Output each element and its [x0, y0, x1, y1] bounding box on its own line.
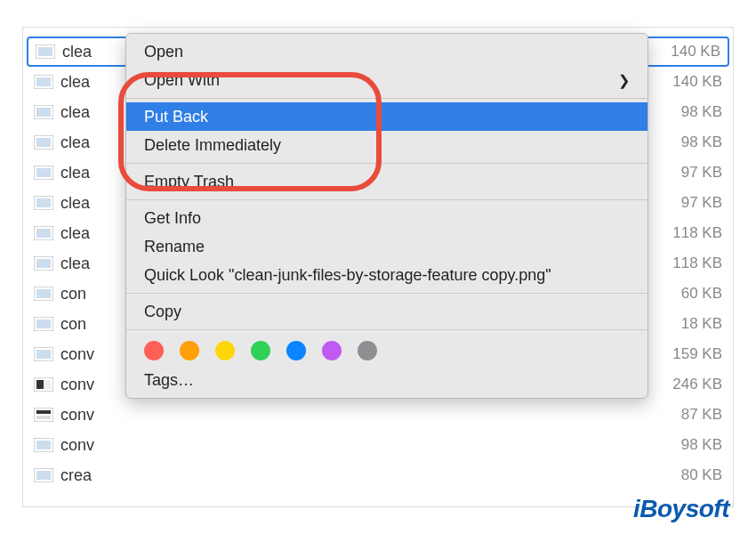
file-size: 118 KB: [651, 224, 722, 242]
menu-label: Delete Immediately: [144, 136, 281, 155]
menu-label: Get Info: [144, 209, 201, 228]
svg-rect-1: [38, 47, 52, 56]
svg-rect-27: [36, 416, 51, 419]
svg-rect-21: [36, 350, 51, 359]
tag-gray[interactable]: [358, 341, 377, 360]
tag-green[interactable]: [251, 341, 270, 360]
tag-orange[interactable]: [180, 341, 199, 360]
image-icon: [34, 377, 53, 392]
menu-put-back[interactable]: Put Back: [126, 102, 647, 131]
menu-label: Open With: [144, 71, 220, 90]
image-icon: [34, 226, 53, 240]
image-icon: [34, 317, 53, 331]
watermark-logo: iBoysoft: [633, 495, 729, 523]
file-size: 98 KB: [651, 103, 722, 121]
file-size: 60 KB: [651, 285, 722, 303]
file-list: clea 140 KB clea 140 KB clea 98 KB clea …: [23, 28, 733, 499]
svg-rect-24: [44, 380, 51, 389]
file-size: 140 KB: [651, 73, 722, 91]
finder-window: clea 140 KB clea 140 KB clea 98 KB clea …: [22, 27, 734, 507]
menu-open[interactable]: Open: [126, 37, 647, 66]
menu-quick-look[interactable]: Quick Look "clean-junk-files-by-storage-…: [126, 261, 647, 289]
svg-rect-26: [36, 410, 51, 414]
svg-rect-17: [36, 289, 51, 298]
svg-rect-29: [36, 441, 51, 449]
file-size: 80 KB: [651, 466, 722, 484]
menu-divider: [126, 329, 647, 330]
svg-rect-11: [36, 198, 51, 207]
tag-color-row: [126, 334, 647, 366]
file-size: 98 KB: [651, 436, 722, 454]
menu-empty-trash[interactable]: Empty Trash: [126, 167, 647, 196]
image-icon: [34, 347, 53, 361]
file-name: conv: [60, 406, 651, 425]
menu-divider: [126, 163, 647, 164]
image-icon: [34, 75, 53, 89]
file-size: 18 KB: [651, 315, 722, 333]
menu-divider: [126, 199, 647, 200]
image-icon: [34, 287, 53, 301]
svg-rect-5: [36, 108, 51, 117]
menu-rename[interactable]: Rename: [126, 232, 647, 261]
tag-red[interactable]: [144, 341, 164, 360]
menu-label: Quick Look "clean-junk-files-by-storage-…: [144, 266, 551, 285]
menu-label: Put Back: [144, 108, 208, 126]
image-icon: [34, 135, 53, 150]
file-size: 97 KB: [651, 164, 722, 182]
menu-label: Copy: [144, 303, 181, 321]
svg-rect-19: [36, 320, 51, 328]
image-icon: [36, 44, 55, 59]
svg-rect-3: [36, 77, 51, 86]
menu-label: Open: [144, 43, 183, 61]
file-row[interactable]: conv 98 KB: [23, 430, 733, 460]
image-icon: [34, 105, 53, 119]
image-icon: [34, 196, 53, 210]
menu-copy[interactable]: Copy: [126, 297, 647, 326]
svg-rect-7: [36, 138, 51, 147]
menu-delete-immediately[interactable]: Delete Immediately: [126, 131, 647, 159]
menu-divider: [126, 293, 647, 294]
tag-yellow[interactable]: [215, 341, 235, 360]
file-size: 246 KB: [651, 376, 722, 393]
svg-rect-15: [36, 259, 51, 268]
menu-open-with[interactable]: Open With ❯: [126, 66, 647, 94]
file-size: 118 KB: [651, 255, 722, 272]
image-icon: [34, 256, 53, 271]
image-icon: [34, 166, 53, 180]
tag-purple[interactable]: [322, 341, 342, 360]
svg-rect-23: [36, 380, 44, 389]
file-size: 140 KB: [649, 43, 720, 61]
file-size: 97 KB: [651, 194, 722, 212]
context-menu: Open Open With ❯ Put Back Delete Immedia…: [125, 33, 648, 399]
tag-blue[interactable]: [286, 341, 306, 360]
menu-label: Rename: [144, 238, 205, 256]
file-name: conv: [60, 436, 651, 455]
svg-rect-13: [36, 229, 51, 238]
file-row[interactable]: crea 80 KB: [23, 460, 733, 490]
image-icon: [34, 408, 53, 422]
svg-rect-9: [36, 168, 51, 177]
menu-label: Tags…: [144, 371, 194, 390]
file-name: crea: [60, 466, 651, 485]
image-icon: [34, 438, 53, 452]
svg-rect-31: [36, 471, 51, 480]
chevron-right-icon: ❯: [618, 72, 630, 89]
file-size: 87 KB: [651, 406, 722, 424]
menu-divider: [126, 98, 647, 99]
image-icon: [34, 468, 53, 482]
menu-get-info[interactable]: Get Info: [126, 204, 647, 232]
menu-tags[interactable]: Tags…: [126, 366, 647, 394]
file-size: 98 KB: [651, 134, 722, 151]
file-size: 159 KB: [651, 345, 722, 363]
file-row[interactable]: conv 87 KB: [23, 400, 733, 430]
menu-label: Empty Trash: [144, 173, 234, 191]
svg-rect-25: [34, 408, 53, 422]
